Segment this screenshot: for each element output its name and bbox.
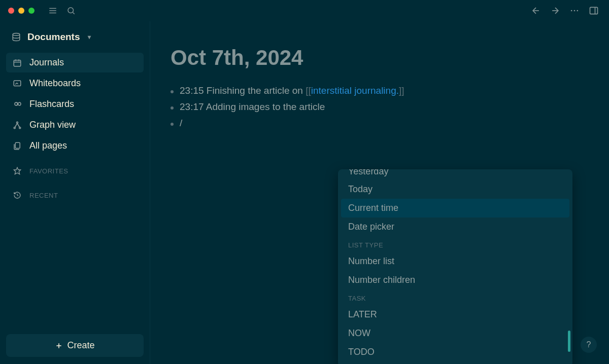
window-close-button[interactable]: [8, 8, 14, 14]
search-button[interactable]: [64, 4, 78, 18]
chevron-down-icon: ▾: [88, 33, 91, 41]
graph-icon: [12, 120, 22, 130]
menu-item-date-picker[interactable]: Date picker: [338, 217, 572, 236]
link-bracket-open: [[: [306, 85, 311, 96]
sidebar-item-graph-view[interactable]: Graph view: [6, 115, 144, 135]
database-icon: [11, 32, 21, 42]
menu-item-today[interactable]: Today: [338, 180, 572, 199]
recent-label: RECENT: [29, 192, 58, 199]
svg-point-3: [68, 8, 74, 13]
sidebar-item-flashcards[interactable]: Flashcards: [6, 94, 144, 114]
history-icon: [12, 190, 22, 200]
bullet-icon[interactable]: [171, 90, 174, 93]
page-title[interactable]: Oct 7th, 2024: [171, 46, 591, 70]
titlebar-left: [8, 4, 78, 18]
block-content[interactable]: 23:15 Finishing the article on [[interst…: [180, 85, 404, 96]
menu-item-later[interactable]: LATER: [338, 305, 572, 324]
sidebar-item-label: Whiteboards: [29, 78, 81, 89]
titlebar: [0, 0, 609, 21]
block-list: 23:15 Finishing the article on [[interst…: [171, 85, 591, 129]
sidebar-item-label: Graph view: [29, 120, 76, 130]
window-maximize-button[interactable]: [28, 8, 35, 14]
hamburger-icon: [48, 6, 57, 15]
pages-icon: [12, 141, 22, 151]
more-button[interactable]: [567, 4, 582, 18]
link-bracket-close: ]]: [399, 85, 404, 96]
menu-toggle-button[interactable]: [46, 4, 60, 18]
favorites-label: FAVORITES: [29, 167, 69, 175]
titlebar-right: [529, 4, 601, 18]
sidebar-item-all-pages[interactable]: All pages: [6, 136, 144, 156]
sidebar-item-whiteboards[interactable]: Whiteboards: [6, 74, 144, 93]
arrow-right-icon: [550, 6, 560, 16]
bullet-icon[interactable]: [171, 106, 174, 110]
menu-item-number-list[interactable]: Number list: [338, 252, 572, 271]
right-panel-toggle[interactable]: [587, 4, 601, 18]
block[interactable]: 23:15 Finishing the article on [[interst…: [171, 85, 591, 96]
svg-point-22: [19, 127, 21, 128]
svg-point-21: [14, 127, 15, 128]
nav-back-button[interactable]: [529, 4, 543, 18]
recent-section[interactable]: RECENT: [6, 185, 144, 205]
sidebar: Documents ▾ Journals Whiteboards Flashca…: [0, 21, 150, 364]
svg-rect-13: [14, 60, 21, 66]
svg-line-19: [17, 83, 18, 84]
svg-line-23: [15, 123, 18, 127]
main-content: Oct 7th, 2024 23:15 Finishing the articl…: [150, 21, 609, 364]
slash-command-menu: Yesterday Today Current time Date picker…: [338, 169, 572, 364]
menu-section-task: TASK: [338, 289, 572, 305]
documents-dropdown[interactable]: Documents ▾: [6, 28, 144, 46]
block-content[interactable]: /: [180, 118, 182, 129]
help-button[interactable]: ?: [581, 337, 597, 353]
svg-line-28: [17, 195, 18, 196]
documents-label: Documents: [27, 31, 80, 43]
block[interactable]: 23:17 Adding images to the article: [171, 101, 591, 113]
bullet-icon[interactable]: [171, 123, 174, 126]
svg-line-18: [15, 83, 17, 84]
search-icon: [66, 6, 76, 15]
nav-forward-button[interactable]: [548, 4, 562, 18]
star-icon: [12, 166, 22, 176]
sidebar-item-label: All pages: [29, 140, 67, 151]
favorites-section[interactable]: FAVORITES: [6, 161, 144, 181]
infinity-icon: [12, 99, 22, 110]
menu-section-list-type: LIST TYPE: [338, 236, 572, 252]
help-icon: ?: [587, 340, 591, 349]
window-minimize-button[interactable]: [18, 8, 24, 14]
sidebar-item-label: Flashcards: [29, 99, 74, 110]
menu-item-current-time[interactable]: Current time: [341, 199, 569, 217]
whiteboard-icon: [12, 79, 22, 89]
dots-icon: [569, 6, 580, 16]
svg-point-8: [574, 10, 576, 12]
app-body: Documents ▾ Journals Whiteboards Flashca…: [0, 21, 609, 364]
plus-icon: [55, 342, 63, 350]
page-link[interactable]: interstitial journaling.: [311, 85, 399, 96]
menu-item-now[interactable]: NOW: [338, 324, 572, 343]
menu-item-number-children[interactable]: Number children: [338, 271, 572, 289]
sidebar-item-label: Journals: [29, 57, 64, 68]
menu-item-todo[interactable]: TODO: [338, 343, 572, 361]
window-controls: [8, 8, 35, 14]
svg-point-9: [577, 10, 579, 12]
svg-point-7: [571, 10, 572, 12]
menu-scrollbar-thumb[interactable]: [568, 331, 570, 352]
svg-rect-10: [590, 7, 598, 14]
svg-point-20: [17, 122, 18, 123]
svg-line-4: [73, 12, 74, 14]
block[interactable]: /: [171, 118, 591, 129]
sidebar-item-journals[interactable]: Journals: [6, 53, 144, 72]
arrow-left-icon: [531, 6, 541, 16]
create-button[interactable]: Create: [6, 334, 144, 357]
svg-point-12: [13, 33, 20, 36]
create-label: Create: [67, 340, 94, 351]
svg-line-24: [17, 123, 20, 127]
block-content[interactable]: 23:17 Adding images to the article: [180, 101, 325, 113]
panel-right-icon: [589, 6, 599, 16]
svg-rect-25: [15, 142, 20, 148]
svg-marker-26: [14, 167, 20, 174]
calendar-icon: [12, 58, 22, 68]
menu-item-cutoff[interactable]: Yesterday: [338, 169, 572, 180]
